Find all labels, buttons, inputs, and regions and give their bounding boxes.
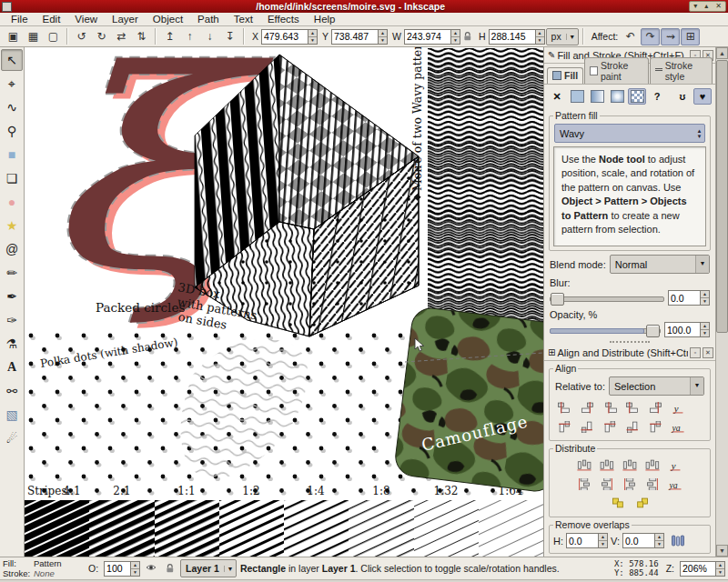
distribute-gaps-h-button[interactable] [642,457,663,474]
current-layer-select[interactable]: Layer 1 ▼ [180,559,237,577]
unit-select[interactable]: px▼ [546,28,579,45]
distribute-top-edges-button[interactable] [574,476,595,493]
tab-fill[interactable]: Fill [547,67,583,84]
tool-node-editor[interactable]: ⌖ [1,73,23,95]
menu-view[interactable]: View [67,13,105,25]
h-spin-buttons[interactable]: ▲▼ [535,29,545,45]
panel-collapse-button[interactable]: ▫ [690,347,701,358]
moire-object[interactable] [428,48,543,338]
roll-window-button[interactable]: ▴ [701,2,712,11]
affect-move-gradients-button[interactable]: ↷ [641,28,660,45]
align-bottom-to-top-edge-button[interactable] [553,418,574,436]
unclump-objects-button[interactable] [631,495,652,512]
menu-layer[interactable]: Layer [105,13,146,25]
menu-path[interactable]: Path [190,13,227,25]
blend-mode-select[interactable]: Normal ▼ [610,255,710,274]
tool-calligraphy[interactable]: ✑ [1,309,23,331]
tool-spiral[interactable]: @ [1,238,23,260]
deselect-button[interactable]: ▢ [44,28,63,45]
align-left-edges-button[interactable] [576,399,597,416]
affect-move-patterns-button[interactable]: ↶ [621,28,640,45]
tool-selector[interactable]: ↖ [1,49,23,71]
align-left-to-right-edge-button[interactable] [644,399,665,416]
lower-button[interactable]: ↓ [200,28,219,45]
tool-rectangle[interactable]: ■ [1,144,23,166]
packed-circles-label[interactable]: Packed circles [96,300,185,315]
paint-none-button[interactable]: ✕ [548,88,566,105]
tool-gradient[interactable]: ▧ [1,404,23,426]
distribute-text-anchor-h-button[interactable] [665,457,686,474]
w-spin-buttons[interactable]: ▲▼ [450,29,460,45]
dock-scrollbar[interactable]: ▲ ▼ [715,47,728,557]
tool-ellipse[interactable]: ● [1,191,23,213]
panel-close-button[interactable]: ✕ [703,347,713,358]
scrollbar-thumb[interactable] [716,60,728,333]
menu-edit[interactable]: Edit [35,13,68,25]
y-spin-buttons[interactable]: ▲▼ [378,29,388,45]
rotate-ccw-button[interactable]: ↺ [72,28,91,45]
align-text-anchor-button[interactable] [667,399,688,416]
tool-3d-box[interactable]: ❏ [1,167,23,189]
align-center-vertical-button[interactable] [599,399,620,416]
align-right-to-left-edge-button[interactable] [553,399,574,416]
tool-paint-bucket[interactable]: ⚗ [1,333,23,355]
tab-stroke-style[interactable]: Stroke style [650,57,713,84]
lock-ratio-icon[interactable] [461,29,474,44]
rotate-cw-button[interactable]: ↻ [92,28,111,45]
affect-scale-stroke-button[interactable]: ⊞ [681,28,700,45]
align-right-edges-button[interactable] [622,399,642,416]
align-top-edges-button[interactable] [576,418,597,436]
align-center-horizontal-button[interactable] [599,418,620,436]
scroll-up-icon[interactable]: ▲ [716,47,728,59]
fill-rule-evenodd-button[interactable]: ʊ [673,88,692,105]
stripe-bands[interactable] [25,500,543,557]
distribute-gaps-v-button[interactable] [642,476,663,493]
tool-dropper[interactable]: ☄ [1,427,23,449]
lower-to-bottom-button[interactable]: ↧ [220,28,239,45]
x-input[interactable] [261,29,308,45]
distribute-text-baseline-v-button[interactable] [665,476,686,493]
v-gap-input[interactable] [622,533,654,548]
tool-star[interactable]: ★ [1,215,23,236]
fill-rule-nonzero-button[interactable]: ♥ [693,88,712,105]
tool-pencil[interactable]: ✏ [1,262,23,284]
distribute-centers-v-button[interactable] [597,476,618,493]
fill-stroke-indicator[interactable]: Fill: Pattern Stroke: None [3,558,81,578]
tool-connector[interactable]: ⚯ [1,380,23,402]
affect-rounded-corners-button[interactable]: ⇝ [661,28,680,45]
h-gap-input[interactable] [566,533,598,548]
menu-file[interactable]: File [4,13,35,25]
w-input[interactable] [404,29,450,45]
x-spin-buttons[interactable]: ▲▼ [308,29,318,45]
menu-object[interactable]: Object [146,13,190,25]
zoom-input[interactable] [680,561,715,577]
align-text-baseline-button[interactable] [667,418,688,436]
align-top-to-bottom-edge-button[interactable] [644,418,665,436]
distribute-right-edges-button[interactable] [620,457,641,474]
opacity-input[interactable] [664,322,700,337]
paint-radial-gradient-button[interactable] [608,88,626,105]
blur-input[interactable] [668,290,700,306]
y-input[interactable] [331,29,378,45]
flip-vertical-button[interactable]: ⇅ [132,28,151,45]
camouflage-object[interactable] [393,306,543,493]
relative-to-select[interactable]: Selection ▼ [609,376,704,396]
close-window-button[interactable]: ✕ [712,2,725,11]
remove-overlaps-button[interactable] [667,532,688,549]
tool-tweak[interactable]: ∿ [1,96,23,118]
tool-zoom[interactable]: ⚲ [1,120,23,142]
select-all-layers-button[interactable]: ▦ [24,28,43,45]
paint-unknown-button[interactable]: ? [648,88,666,105]
select-all-button[interactable]: ▣ [4,28,23,45]
canvas[interactable]: Stripes: 4:1 2:1 1:1 1:2 1:4 1:8 1:32 1:… [25,47,543,557]
layer-visibility-icon[interactable] [144,561,158,576]
tool-text[interactable]: A [1,356,23,378]
layer-lock-icon[interactable] [162,561,177,576]
menu-text[interactable]: Text [227,13,260,25]
shade-window-button[interactable]: ▾ [690,2,701,11]
paint-linear-gradient-button[interactable] [588,88,606,105]
paint-flat-button[interactable] [568,88,586,105]
master-opacity-input[interactable] [104,561,130,577]
distribute-centers-h-button[interactable] [597,457,618,474]
blur-slider[interactable] [550,292,664,304]
